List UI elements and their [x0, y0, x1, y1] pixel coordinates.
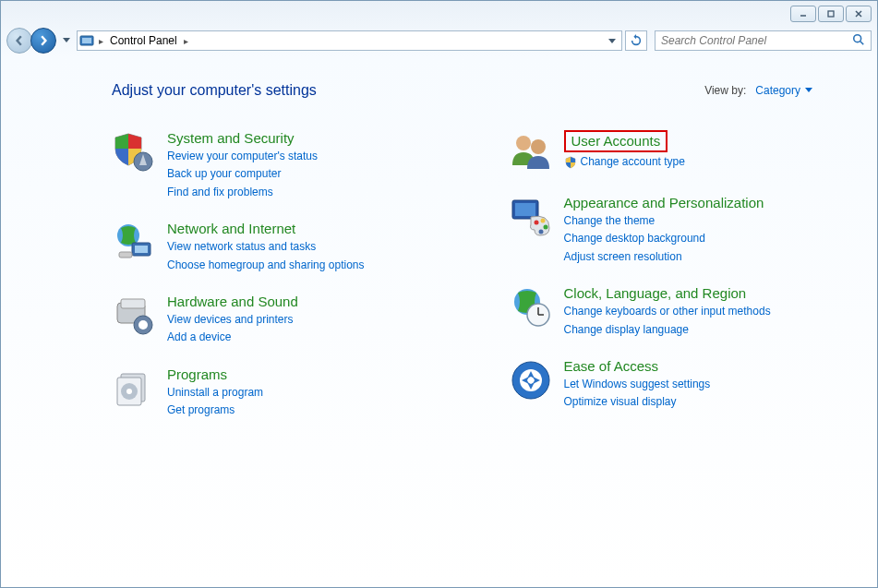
control-panel-icon — [79, 33, 94, 48]
task-link[interactable]: Review your computer's status — [167, 149, 318, 164]
navbar: ▸ Control Panel ▸ — [1, 27, 877, 54]
ease-of-access-icon — [509, 358, 553, 402]
page-title: Adjust your computer's settings — [112, 82, 317, 99]
task-link[interactable]: Back up your computer — [167, 166, 318, 182]
category-user-accounts: User Accounts — [509, 130, 841, 174]
maximize-button[interactable] — [818, 6, 844, 22]
task-link[interactable]: Change account type — [564, 154, 685, 170]
task-link[interactable]: Change the theme — [564, 213, 764, 229]
task-link[interactable]: View network status and tasks — [167, 239, 364, 255]
category-title[interactable]: Programs — [167, 366, 263, 383]
hardware-sound-icon — [112, 294, 156, 338]
titlebar — [1, 1, 877, 27]
programs-icon — [112, 366, 156, 411]
category-ease-of-access: Ease of Access Let Windows suggest setti… — [509, 358, 841, 411]
left-column: System and Security Review your computer… — [112, 130, 444, 419]
svg-rect-24 — [515, 203, 535, 216]
svg-rect-1 — [828, 11, 834, 17]
task-link[interactable]: Adjust screen resolution — [564, 249, 764, 265]
search-icon[interactable] — [852, 33, 865, 49]
recent-pages-dropdown[interactable] — [60, 28, 73, 54]
control-panel-window: ▸ Control Panel ▸ — [0, 0, 878, 588]
task-link[interactable]: Change desktop background — [564, 231, 764, 246]
breadcrumb[interactable]: Control Panel — [108, 34, 179, 47]
network-internet-icon — [112, 221, 156, 265]
search-box[interactable] — [655, 30, 872, 51]
category-network-internet: Network and Internet View network status… — [112, 221, 444, 273]
view-by-control: View by: Category — [704, 84, 812, 97]
task-link[interactable]: Choose homegroup and sharing options — [167, 258, 364, 273]
svg-rect-12 — [119, 252, 132, 258]
task-link[interactable]: View devices and printers — [167, 312, 298, 328]
view-by-label: View by: — [704, 84, 746, 97]
svg-rect-14 — [121, 299, 145, 308]
category-programs: Programs Uninstall a program Get program… — [112, 366, 444, 419]
view-by-dropdown[interactable]: Category — [755, 84, 812, 97]
task-link[interactable]: Change keyboards or other input methods — [564, 304, 771, 319]
category-clock-language-region: Clock, Language, and Region Change keybo… — [509, 285, 841, 338]
task-link[interactable]: Get programs — [167, 402, 263, 418]
chevron-right-icon: ▸ — [97, 36, 105, 46]
svg-point-22 — [531, 139, 546, 154]
svg-point-25 — [534, 221, 538, 225]
address-dropdown-icon[interactable] — [608, 34, 616, 47]
category-hardware-sound: Hardware and Sound View devices and prin… — [112, 294, 444, 346]
category-title[interactable]: Ease of Access — [564, 358, 711, 375]
svg-rect-11 — [135, 246, 148, 253]
svg-point-26 — [540, 219, 545, 223]
svg-point-16 — [138, 320, 148, 330]
category-title[interactable]: System and Security — [167, 130, 318, 147]
content-area: Adjust your computer's settings View by:… — [1, 54, 877, 438]
chevron-right-icon[interactable]: ▸ — [182, 36, 190, 46]
task-link[interactable]: Add a device — [167, 330, 298, 345]
forward-button[interactable] — [30, 28, 56, 54]
system-security-icon — [112, 130, 156, 174]
task-link[interactable]: Find and fix problems — [167, 185, 318, 200]
task-link[interactable]: Uninstall a program — [167, 385, 263, 401]
highlighted-category: User Accounts — [564, 130, 668, 152]
svg-point-20 — [126, 389, 132, 394]
category-appearance: Appearance and Personalization Change th… — [509, 195, 841, 265]
category-title[interactable]: Network and Internet — [167, 221, 364, 237]
close-button[interactable] — [846, 6, 872, 22]
appearance-icon — [509, 195, 553, 239]
refresh-button[interactable] — [625, 30, 647, 51]
uac-shield-icon — [564, 156, 577, 169]
svg-point-6 — [854, 34, 861, 42]
category-system-security: System and Security Review your computer… — [112, 130, 444, 200]
minimize-button[interactable] — [790, 6, 816, 22]
category-title[interactable]: Appearance and Personalization — [564, 195, 764, 211]
category-title[interactable]: Clock, Language, and Region — [564, 285, 771, 302]
right-column: User Accounts — [509, 130, 841, 419]
task-link[interactable]: Let Windows suggest settings — [564, 377, 711, 392]
task-link[interactable]: Change display language — [564, 322, 771, 338]
address-bar[interactable]: ▸ Control Panel ▸ — [77, 30, 622, 51]
task-link[interactable]: Optimize visual display — [564, 394, 711, 410]
back-button[interactable] — [6, 28, 32, 54]
clock-language-region-icon — [509, 285, 553, 330]
svg-point-21 — [516, 136, 531, 150]
svg-point-27 — [543, 225, 547, 230]
category-title[interactable]: Hardware and Sound — [167, 294, 298, 310]
search-input[interactable] — [661, 34, 852, 47]
svg-point-28 — [538, 230, 543, 234]
svg-line-7 — [860, 41, 864, 44]
user-accounts-icon — [509, 130, 553, 174]
category-title[interactable]: User Accounts — [571, 133, 661, 149]
svg-rect-5 — [82, 38, 91, 43]
